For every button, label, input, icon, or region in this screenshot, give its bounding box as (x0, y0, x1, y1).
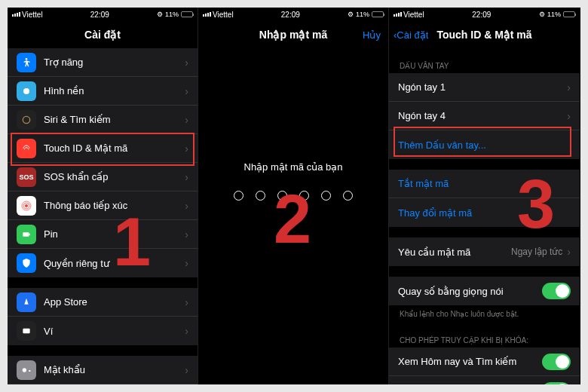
row-siri[interactable]: Siri & Tìm kiếm› (8, 106, 198, 134)
passcode-prompt: Nhập mật mã của bạn (198, 161, 388, 173)
navbar: Cài đặt (8, 21, 198, 48)
carrier: Viettel (213, 11, 234, 19)
row-touchid[interactable]: Touch ID & Mật mã› (8, 134, 198, 163)
carrier: Viettel (22, 11, 43, 19)
screen-settings: Viettel 22:09 ⚙11% Cài đặt Trợ năng› Hìn… (8, 8, 198, 384)
row-exposure[interactable]: Thông báo tiếp xúc› (8, 191, 198, 220)
wallpaper-icon (17, 81, 36, 101)
appstore-icon (17, 292, 36, 312)
row-wallpaper[interactable]: Hình nền› (8, 77, 198, 106)
exposure-icon (17, 196, 36, 216)
carrier: Viettel (403, 11, 424, 19)
chevron-icon: › (185, 296, 188, 308)
row-label: Quyền riêng tư (44, 258, 185, 269)
battery-icon (563, 11, 575, 17)
svg-rect-8 (23, 329, 29, 334)
row-passwords[interactable]: Mật khẩu› (8, 356, 198, 384)
dot (321, 191, 331, 201)
chevron-icon: › (185, 228, 188, 240)
toggle-notif[interactable] (542, 382, 571, 384)
screen-touchid: Viettel 22:09 ⚙11% ‹ Cài đặt Touch ID & … (389, 8, 580, 384)
privacy-icon (17, 253, 36, 273)
accessibility-icon (17, 53, 36, 72)
row-sos[interactable]: SOSSOS khẩn cấp› (8, 163, 198, 191)
cancel-button[interactable]: Hủy (363, 29, 381, 41)
status-time: 22:09 (472, 11, 491, 19)
chevron-icon: › (185, 257, 188, 269)
section-footer: Khẩu lệnh cho Nhạc luôn được bật. (389, 305, 580, 323)
battery-icon (372, 11, 384, 17)
row-battery[interactable]: Pin› (8, 220, 198, 249)
row-accessibility[interactable]: Trợ năng› (8, 48, 198, 77)
toggle-voicedial[interactable] (542, 283, 571, 299)
svg-point-9 (23, 368, 26, 372)
row-appstore[interactable]: App Store› (8, 288, 198, 317)
row-label: Mật khẩu (44, 364, 185, 375)
battery-pct: 11% (165, 11, 179, 18)
page-title: Nhập mật mã (259, 29, 327, 41)
row-add-fingerprint[interactable]: Thêm Dấu vân tay... (389, 130, 580, 159)
navbar: Nhập mật mã Hủy (198, 21, 388, 48)
row-label: Ngón tay 1 (398, 81, 567, 93)
chevron-icon: › (185, 85, 188, 97)
status-bar: Viettel 22:09 ⚙11% (198, 8, 388, 21)
row-turnoff-passcode[interactable]: Tắt mật mã (389, 170, 580, 198)
alarm-icon: ⚙ (348, 11, 354, 18)
row-notif[interactable]: Trung tâm thông báo (389, 376, 580, 384)
svg-point-2 (23, 116, 29, 123)
row-detail: Ngay lập tức (511, 247, 562, 257)
chevron-icon: › (567, 81, 571, 93)
battery-pct: 11% (547, 11, 561, 18)
chevron-icon: › (185, 200, 188, 212)
touchid-icon (17, 139, 36, 158)
row-wallet[interactable]: Ví› (8, 317, 198, 345)
chevron-icon: › (185, 142, 188, 155)
row-label: Thông báo tiếp xúc (44, 200, 185, 211)
row-label: Xem Hôm nay và Tìm kiếm (398, 356, 542, 367)
svg-point-3 (25, 204, 28, 207)
chevron-icon: › (567, 246, 571, 258)
battery-icon (181, 11, 193, 17)
page-title: Cài đặt (84, 29, 121, 41)
row-label: Thêm Dấu vân tay... (398, 139, 571, 151)
row-finger4[interactable]: Ngón tay 4› (389, 102, 580, 130)
status-bar: Viettel 22:09 ⚙11% (8, 8, 198, 21)
back-label: Cài đặt (397, 29, 428, 41)
row-change-passcode[interactable]: Thay đổi mật mã (389, 198, 580, 227)
chevron-icon: › (185, 57, 188, 69)
row-label: Siri & Tìm kiếm (44, 114, 185, 125)
row-privacy[interactable]: Quyền riêng tư› (8, 249, 198, 277)
toggle-today[interactable] (542, 354, 571, 370)
row-label: Ngón tay 4 (398, 110, 567, 121)
row-label: Pin (44, 228, 185, 240)
passcode-dots[interactable] (198, 191, 388, 201)
row-label: Hình nền (44, 85, 185, 96)
chevron-icon: › (185, 114, 188, 126)
dot (299, 191, 309, 201)
row-label: Touch ID & Mật mã (44, 142, 185, 154)
dot (234, 191, 243, 201)
svg-point-1 (23, 88, 29, 94)
row-finger1[interactable]: Ngón tay 1› (389, 73, 580, 102)
status-time: 22:09 (281, 11, 300, 19)
chevron-icon: › (185, 364, 188, 376)
alarm-icon: ⚙ (539, 11, 545, 18)
battery-row-icon (17, 225, 36, 244)
dot (256, 191, 265, 201)
svg-point-0 (26, 58, 28, 60)
back-button[interactable]: ‹ Cài đặt (394, 29, 428, 41)
status-bar: Viettel 22:09 ⚙11% (389, 8, 580, 21)
alarm-icon: ⚙ (157, 11, 163, 18)
section-header-fingerprints: DẤU VÂN TAY (389, 59, 580, 73)
chevron-icon: › (185, 325, 188, 337)
battery-pct: 11% (356, 11, 369, 18)
row-today[interactable]: Xem Hôm nay và Tìm kiếm (389, 348, 580, 376)
row-voice-dial[interactable]: Quay số bằng giọng nói (389, 277, 580, 305)
wallet-icon (17, 321, 36, 341)
navbar: ‹ Cài đặt Touch ID & Mật mã (389, 21, 580, 48)
page-title: Touch ID & Mật mã (436, 29, 531, 41)
row-require-passcode[interactable]: Yêu cầu mật mãNgay lập tức› (389, 237, 580, 266)
chevron-icon: › (185, 171, 188, 183)
row-label: SOS khẩn cấp (44, 171, 185, 182)
row-label: Yêu cầu mật mã (398, 247, 511, 258)
